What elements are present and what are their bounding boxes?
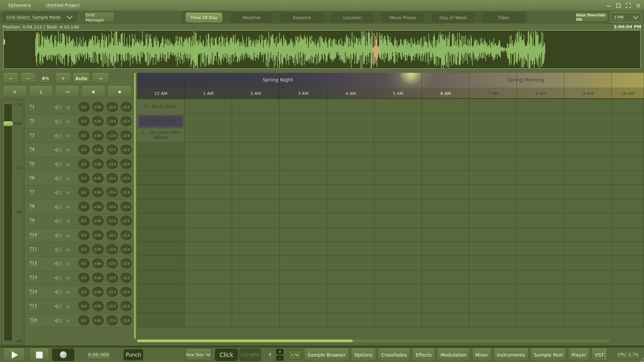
move-right-button[interactable]: → — [55, 86, 79, 97]
close-icon[interactable] — [636, 3, 641, 8]
delete-button[interactable]: × — [3, 86, 27, 97]
pan-knob[interactable]: 0.00 — [92, 202, 103, 212]
track-label[interactable]: T16 — [30, 318, 37, 322]
gain-knob[interactable]: 0.0 — [78, 315, 89, 326]
pan-knob[interactable]: 0.00 — [92, 258, 103, 269]
track-label[interactable]: T11 — [30, 247, 37, 251]
grid-manager-button[interactable]: Grid Manager — [85, 13, 115, 22]
send-a-knob[interactable]: -12.0 — [106, 202, 118, 212]
auto-zoom-button[interactable]: Auto — [73, 73, 90, 84]
punch-button[interactable]: Punch — [124, 349, 143, 360]
speaker-muted-icon[interactable] — [66, 290, 71, 295]
grid-body[interactable]: C - Drum TrackC - bass trackC - 1st voca… — [137, 100, 644, 327]
gain-knob[interactable]: 0.0 — [78, 202, 89, 212]
master-fader-track[interactable] — [4, 104, 12, 341]
volume-icon[interactable] — [54, 317, 64, 324]
timeline-hour-9-am[interactable]: 9 AM — [564, 88, 612, 99]
timeline-hour-12-am[interactable]: 12 AM — [137, 88, 184, 99]
tab-time-of-day[interactable]: Time Of Day — [186, 13, 222, 22]
nav-crossfades-button[interactable]: Crossfades — [378, 349, 411, 361]
timeline-hour-10-am[interactable]: 10 AM — [612, 88, 644, 99]
send-b-knob[interactable]: -12.0 — [120, 273, 132, 283]
send-a-knob[interactable]: -12.0 — [106, 159, 118, 169]
tab-weather[interactable]: Weather — [231, 13, 272, 22]
gain-knob[interactable]: 0.0 — [78, 187, 89, 198]
speaker-muted-icon[interactable] — [66, 261, 71, 266]
speaker-muted-icon[interactable] — [66, 134, 71, 139]
gain-knob[interactable]: 0.0 — [78, 102, 89, 112]
master-fader-handle[interactable] — [3, 121, 13, 126]
gain-knob[interactable]: 0.0 — [78, 116, 89, 126]
volume-icon[interactable] — [54, 118, 64, 125]
track-label[interactable]: T12 — [30, 261, 37, 265]
send-b-knob[interactable]: -12.0 — [120, 287, 132, 297]
volume-icon[interactable] — [54, 246, 64, 253]
track-label[interactable]: T14 — [30, 289, 37, 294]
gain-knob[interactable]: 0.0 — [78, 301, 89, 311]
speaker-muted-icon[interactable] — [66, 233, 71, 238]
speaker-muted-icon[interactable] — [66, 304, 71, 309]
record-button[interactable] — [52, 349, 74, 361]
volume-icon[interactable] — [54, 303, 64, 310]
pan-knob[interactable]: 0.00 — [92, 116, 103, 126]
stop-button[interactable] — [30, 349, 49, 361]
clip-c-bass-track[interactable]: C - bass track — [137, 114, 184, 128]
track-label[interactable]: T3 — [30, 133, 35, 138]
speaker-muted-icon[interactable] — [66, 276, 71, 281]
timeline-hour-2-am[interactable]: 2 AM — [232, 88, 280, 99]
speaker-muted-icon[interactable] — [66, 105, 71, 110]
pan-knob[interactable]: 0.00 — [92, 244, 103, 255]
horizontal-scrollbar[interactable] — [137, 340, 610, 342]
speaker-muted-icon[interactable] — [66, 162, 71, 167]
timeline-hour-6-am[interactable]: 6 AM — [422, 88, 469, 99]
send-b-knob[interactable]: -12.0 — [120, 102, 132, 112]
volume-icon[interactable] — [54, 161, 64, 168]
nav-mixer-button[interactable]: Mixer — [472, 349, 491, 361]
send-a-knob[interactable]: -12.0 — [106, 187, 118, 198]
timeline-hour-1-am[interactable]: 1 AM — [184, 88, 232, 99]
speaker-muted-icon[interactable] — [66, 176, 71, 181]
nav-sample-browser-button[interactable]: Sample Browser — [304, 349, 349, 361]
waveform-overview[interactable] — [3, 30, 641, 69]
send-b-knob[interactable]: -12.0 — [120, 216, 132, 226]
track-label[interactable]: T6 — [30, 175, 35, 180]
send-a-knob[interactable]: -12.0 — [106, 173, 118, 184]
tab-day-of-week[interactable]: Day of Week — [432, 13, 474, 22]
volume-icon[interactable] — [54, 217, 64, 225]
nav-player-button[interactable]: Player — [568, 349, 590, 361]
speaker-muted-icon[interactable] — [66, 318, 71, 323]
volume-icon[interactable] — [54, 260, 64, 267]
note-value-dropdown[interactable]: = — [288, 350, 302, 360]
send-b-knob[interactable]: -12.0 — [120, 173, 132, 184]
gain-knob[interactable]: 0.0 — [78, 287, 89, 297]
speaker-muted-icon[interactable] — [66, 205, 71, 210]
gain-knob[interactable]: 0.0 — [78, 216, 89, 226]
play-button[interactable] — [3, 349, 25, 361]
send-b-knob[interactable]: -12.0 — [120, 301, 132, 311]
timeline-hour-5-am[interactable]: 5 AM — [374, 88, 422, 99]
pan-knob[interactable]: 0.00 — [92, 131, 103, 141]
speaker-muted-icon[interactable] — [66, 119, 71, 124]
beats-decrement-button[interactable]: - — [276, 355, 284, 361]
gain-knob[interactable]: 0.0 — [78, 258, 89, 269]
speaker-muted-icon[interactable] — [66, 219, 71, 224]
pan-knob[interactable]: 0.00 — [92, 216, 103, 226]
gain-knob[interactable]: 0.0 — [78, 131, 89, 141]
track-label[interactable]: T9 — [30, 218, 35, 223]
send-a-knob[interactable]: -12.0 — [106, 145, 118, 155]
gain-knob[interactable]: 0.0 — [78, 159, 89, 169]
track-label[interactable]: T15 — [30, 303, 37, 308]
hour-select-dropdown[interactable]: 3 PM — [611, 12, 642, 22]
track-label[interactable]: T8 — [30, 204, 35, 209]
gain-knob[interactable]: 0.0 — [78, 145, 89, 155]
send-b-knob[interactable]: -12.0 — [120, 159, 132, 169]
app-menu-link[interactable]: Ephemera — [8, 3, 31, 8]
hour-override-button[interactable]: Hour Override ON — [575, 13, 608, 22]
send-b-knob[interactable]: -12.0 — [120, 230, 132, 241]
clip-c-drum-track[interactable]: C - Drum Track — [137, 100, 184, 114]
tab-moon-phase[interactable]: Moon Phase — [382, 13, 424, 22]
bpm-readout[interactable]: 120 BPM — [239, 349, 261, 361]
send-a-knob[interactable]: -12.0 — [106, 315, 118, 326]
fullscreen-icon[interactable] — [626, 3, 631, 8]
zoom-out-button[interactable]: − — [20, 73, 36, 84]
